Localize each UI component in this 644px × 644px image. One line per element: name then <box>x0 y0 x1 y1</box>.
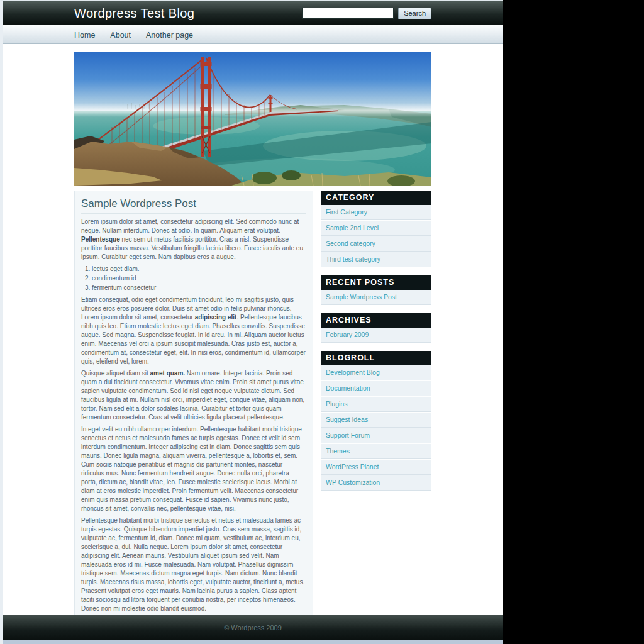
post-paragraph-4: In eget velit eu nibh ullamcorper interd… <box>81 425 306 513</box>
sidebar-link-themes[interactable]: Themes <box>321 443 431 459</box>
post-list-item: fermentum consectetur <box>92 284 306 292</box>
post-paragraph-1: Lorem ipsum dolor sit amet, consectetur … <box>81 218 306 262</box>
sidebar-link-suggest-ideas[interactable]: Suggest Ideas <box>321 412 431 428</box>
sidebar-link-wordpress-planet[interactable]: WordPress Planet <box>321 459 431 475</box>
search-input[interactable] <box>302 8 394 19</box>
text-run: Nam ornare. Integer lacinia. Proin sed q… <box>81 370 304 421</box>
post-ordered-list: lectus eget diam.condimentum idfermentum… <box>81 265 306 292</box>
nav-item-about[interactable]: About <box>110 31 131 40</box>
post-paragraph-2: Etiam consequat, odio eget condimentum t… <box>81 296 306 366</box>
nav-item-home[interactable]: Home <box>74 31 95 40</box>
main-nav: HomeAboutAnother page <box>3 25 503 44</box>
post-title: Sample Wordpress Post <box>81 197 306 214</box>
sidebar-link-development-blog[interactable]: Development Blog <box>321 365 431 380</box>
sidebar-section-title-blogroll: BLOGROLL <box>321 351 431 365</box>
sidebar-section-title-category: CATEGORY <box>321 191 431 205</box>
footer-bottom-strip <box>3 640 503 644</box>
post-list-item: lectus eget diam. <box>92 265 306 274</box>
site-title: Wordpress Test Blog <box>74 6 194 21</box>
main-nav-list: HomeAboutAnother page <box>74 25 431 43</box>
bold-text-run: Pellentesque <box>81 236 120 243</box>
sidebar-link-february-2009[interactable]: February 2009 <box>321 328 431 343</box>
sidebar-link-second-category[interactable]: Second category <box>321 236 431 252</box>
post-list-item: condimentum id <box>92 274 306 283</box>
sidebar-section-title-recent-posts: RECENT POSTS <box>321 275 431 290</box>
golden-gate-bridge-photo <box>74 52 431 186</box>
bold-text-run: amet quam. <box>150 370 186 377</box>
search-area: Search <box>302 8 431 19</box>
bold-text-run: adipiscing elit <box>195 314 237 321</box>
footer-copyright: © Wordpress 2009 <box>224 624 282 631</box>
sidebar-link-sample-2nd-level[interactable]: Sample 2nd Level <box>321 220 431 236</box>
content-area: Sample Wordpress Post Lorem ipsum dolor … <box>3 44 503 615</box>
site-header: Wordpress Test Blog Search <box>3 1 503 25</box>
sidebar: CATEGORYFirst CategorySample 2nd LevelSe… <box>321 191 431 499</box>
sidebar-link-sample-wordpress-post[interactable]: Sample Wordpress Post <box>321 290 431 305</box>
sidebar-link-wp-customization[interactable]: WP Customization <box>321 475 431 491</box>
sidebar-link-support-forum[interactable]: Support Forum <box>321 428 431 443</box>
sidebar-link-first-category[interactable]: First Category <box>321 205 431 220</box>
text-run: . Pellentesque faucibus nibh quis leo. E… <box>81 314 306 365</box>
sidebar-section-title-archives: ARCHIVES <box>321 313 431 328</box>
browser-page: Wordpress Test Blog Search HomeAboutAnot… <box>0 0 503 644</box>
text-run: Quisque aliquet diam sit <box>81 370 150 377</box>
sidebar-section-archives: ARCHIVESFebruary 2009 <box>321 313 431 343</box>
sidebar-link-plugins[interactable]: Plugins <box>321 396 431 412</box>
sidebar-link-third-test-category[interactable]: Third test category <box>321 252 431 267</box>
sidebar-section-category: CATEGORYFirst CategorySample 2nd LevelSe… <box>321 191 431 267</box>
sidebar-section-blogroll: BLOGROLLDevelopment BlogDocumentationPlu… <box>321 351 431 491</box>
sidebar-section-recent-posts: RECENT POSTSSample Wordpress Post <box>321 275 431 305</box>
text-run: Lorem ipsum dolor sit amet, consectetur … <box>81 218 299 234</box>
sidebar-link-documentation[interactable]: Documentation <box>321 380 431 396</box>
nav-item-another-page[interactable]: Another page <box>146 31 193 40</box>
post-paragraph-5: Pellentesque habitant morbi tristique se… <box>81 516 306 613</box>
post-body: Lorem ipsum dolor sit amet, consectetur … <box>81 218 306 613</box>
post-paragraph-3: Quisque aliquet diam sit amet quam. Nam … <box>81 369 306 422</box>
search-button[interactable]: Search <box>398 8 431 19</box>
post-panel: Sample Wordpress Post Lorem ipsum dolor … <box>74 191 313 615</box>
site-footer: © Wordpress 2009 <box>3 615 503 640</box>
